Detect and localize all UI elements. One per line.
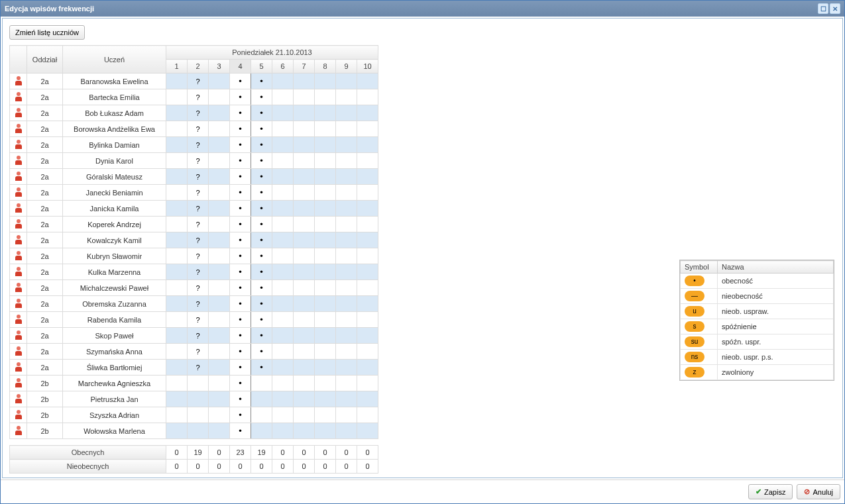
attendance-cell[interactable] <box>272 264 294 280</box>
attendance-cell[interactable] <box>272 89 294 105</box>
attendance-cell[interactable] <box>230 296 251 312</box>
attendance-cell[interactable] <box>188 248 209 264</box>
attendance-cell[interactable] <box>230 328 251 344</box>
attendance-cell[interactable] <box>166 169 188 185</box>
attendance-cell[interactable] <box>315 344 336 360</box>
attendance-cell[interactable] <box>336 137 357 153</box>
attendance-cell[interactable] <box>336 344 357 360</box>
window-maximize-button[interactable]: ☐ <box>818 3 828 14</box>
attendance-cell[interactable] <box>336 185 357 201</box>
attendance-cell[interactable] <box>294 360 315 376</box>
attendance-cell[interactable] <box>272 391 294 407</box>
attendance-cell[interactable] <box>230 121 251 137</box>
attendance-cell[interactable] <box>230 248 251 264</box>
attendance-cell[interactable] <box>166 248 188 264</box>
attendance-cell[interactable] <box>251 391 272 407</box>
attendance-cell[interactable] <box>272 360 294 376</box>
attendance-cell[interactable] <box>315 248 336 264</box>
attendance-cell[interactable] <box>166 105 188 121</box>
attendance-cell[interactable] <box>336 376 357 391</box>
attendance-cell[interactable] <box>315 312 336 328</box>
attendance-cell[interactable] <box>209 376 230 391</box>
attendance-cell[interactable] <box>209 121 230 137</box>
attendance-cell[interactable] <box>230 217 251 232</box>
window-close-button[interactable]: ✕ <box>830 3 840 14</box>
header-period-2[interactable]: 2 <box>188 60 209 74</box>
attendance-cell[interactable] <box>251 185 272 201</box>
attendance-cell[interactable] <box>294 407 315 423</box>
attendance-cell[interactable] <box>251 264 272 280</box>
attendance-cell[interactable] <box>209 391 230 407</box>
attendance-cell[interactable] <box>357 376 378 391</box>
attendance-cell[interactable] <box>357 280 378 296</box>
attendance-cell[interactable] <box>251 328 272 344</box>
attendance-cell[interactable] <box>336 328 357 344</box>
attendance-cell[interactable] <box>357 232 378 248</box>
attendance-cell[interactable] <box>315 232 336 248</box>
attendance-cell[interactable] <box>166 153 188 169</box>
attendance-cell[interactable] <box>251 232 272 248</box>
attendance-cell[interactable] <box>315 201 336 217</box>
attendance-cell[interactable] <box>357 74 378 89</box>
attendance-cell[interactable] <box>294 121 315 137</box>
attendance-cell[interactable] <box>251 312 272 328</box>
attendance-cell[interactable] <box>209 185 230 201</box>
attendance-cell[interactable] <box>315 391 336 407</box>
attendance-cell[interactable] <box>188 105 209 121</box>
cancel-button[interactable]: ⊘ Anuluj <box>797 484 840 499</box>
attendance-cell[interactable] <box>230 137 251 153</box>
attendance-cell[interactable] <box>166 201 188 217</box>
attendance-cell[interactable] <box>230 280 251 296</box>
attendance-cell[interactable] <box>251 217 272 232</box>
attendance-cell[interactable] <box>166 74 188 89</box>
header-period-1[interactable]: 1 <box>166 60 188 74</box>
attendance-cell[interactable] <box>230 376 251 391</box>
attendance-cell[interactable] <box>272 280 294 296</box>
attendance-cell[interactable] <box>188 137 209 153</box>
attendance-cell[interactable] <box>294 105 315 121</box>
attendance-cell[interactable] <box>251 89 272 105</box>
attendance-cell[interactable] <box>166 137 188 153</box>
attendance-cell[interactable] <box>336 217 357 232</box>
attendance-cell[interactable] <box>166 344 188 360</box>
attendance-cell[interactable] <box>166 423 188 439</box>
attendance-cell[interactable] <box>294 248 315 264</box>
header-period-4[interactable]: 4 <box>230 60 251 74</box>
attendance-cell[interactable] <box>251 153 272 169</box>
attendance-cell[interactable] <box>272 74 294 89</box>
attendance-cell[interactable] <box>272 137 294 153</box>
attendance-cell[interactable] <box>272 169 294 185</box>
attendance-cell[interactable] <box>294 391 315 407</box>
attendance-cell[interactable] <box>315 376 336 391</box>
attendance-cell[interactable] <box>315 328 336 344</box>
attendance-cell[interactable] <box>336 360 357 376</box>
attendance-cell[interactable] <box>315 360 336 376</box>
header-period-5[interactable]: 5 <box>251 60 272 74</box>
attendance-cell[interactable] <box>272 407 294 423</box>
attendance-cell[interactable] <box>230 89 251 105</box>
attendance-cell[interactable] <box>251 105 272 121</box>
attendance-cell[interactable] <box>209 312 230 328</box>
attendance-cell[interactable] <box>166 121 188 137</box>
attendance-cell[interactable] <box>188 376 209 391</box>
attendance-cell[interactable] <box>294 344 315 360</box>
attendance-cell[interactable] <box>294 376 315 391</box>
attendance-cell[interactable] <box>230 423 251 439</box>
attendance-cell[interactable] <box>230 74 251 89</box>
attendance-cell[interactable] <box>315 423 336 439</box>
attendance-cell[interactable] <box>357 105 378 121</box>
attendance-cell[interactable] <box>188 201 209 217</box>
attendance-cell[interactable] <box>294 217 315 232</box>
attendance-cell[interactable] <box>272 344 294 360</box>
attendance-cell[interactable] <box>188 89 209 105</box>
header-period-7[interactable]: 7 <box>294 60 315 74</box>
attendance-cell[interactable] <box>188 407 209 423</box>
attendance-cell[interactable] <box>336 201 357 217</box>
attendance-cell[interactable] <box>209 360 230 376</box>
attendance-cell[interactable] <box>357 264 378 280</box>
header-period-9[interactable]: 9 <box>336 60 357 74</box>
attendance-cell[interactable] <box>357 423 378 439</box>
attendance-cell[interactable] <box>166 407 188 423</box>
attendance-cell[interactable] <box>336 423 357 439</box>
attendance-cell[interactable] <box>230 344 251 360</box>
